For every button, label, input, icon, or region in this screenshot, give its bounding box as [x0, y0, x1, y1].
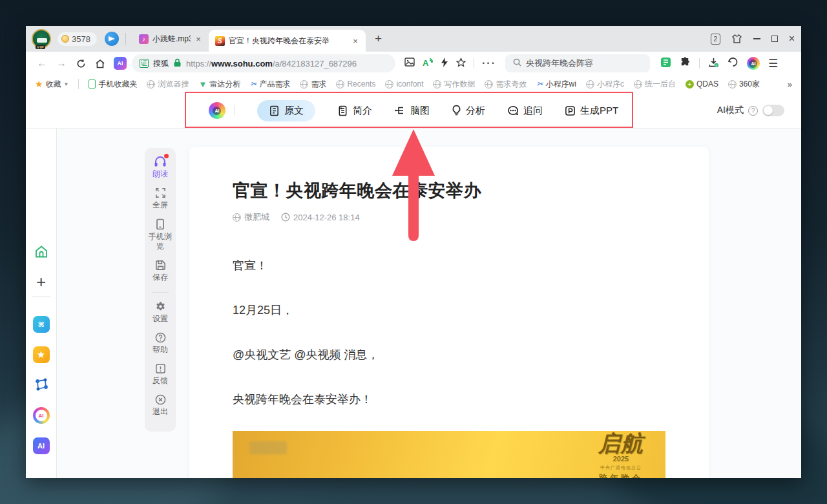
- ai-mode-ball-icon[interactable]: [747, 57, 760, 70]
- tab-summary[interactable]: 简介: [337, 105, 372, 117]
- sidebar-home-icon[interactable]: [34, 245, 48, 258]
- bookmark-item[interactable]: ✂产品需求: [250, 79, 290, 90]
- headphones-icon: [154, 156, 167, 167]
- globe-icon: [300, 80, 308, 89]
- back-icon[interactable]: ←: [34, 55, 50, 72]
- read-aloud-icon[interactable]: A: [423, 58, 433, 70]
- bookmark-phone-folder[interactable]: 手机收藏夹: [89, 79, 137, 90]
- tab-article-active[interactable]: S 官宣！央视跨年晚会在泰安举 ×: [209, 30, 366, 52]
- tab-close-icon[interactable]: ×: [351, 36, 359, 46]
- reading-list-icon[interactable]: [660, 57, 671, 70]
- tab-music[interactable]: ♪ 小跳蛙.mp3 ×: [132, 26, 209, 52]
- bookmark-root[interactable]: ★ 收藏 ▼: [35, 79, 68, 90]
- undo-restore-icon[interactable]: [728, 57, 738, 70]
- tool-mobile-view[interactable]: 手机浏览: [147, 218, 173, 251]
- sidebar-add-icon[interactable]: +: [36, 272, 46, 292]
- sidebar-app-favorites-icon[interactable]: ★: [33, 346, 50, 363]
- bookmark-item[interactable]: 需求: [300, 79, 326, 90]
- forward-icon[interactable]: →: [53, 55, 70, 72]
- tab-followup[interactable]: 追问: [507, 105, 543, 117]
- tool-help[interactable]: 帮助: [147, 332, 173, 355]
- home-icon[interactable]: [92, 55, 109, 72]
- tool-label: 帮助: [152, 345, 168, 355]
- sidebar-app-ai-square-icon[interactable]: AI: [33, 437, 50, 454]
- vip-badge: VIP: [36, 45, 45, 49]
- url-field[interactable]: 证 搜狐 https://www.sohu.com/a/842183127_68…: [132, 54, 395, 72]
- bookmark-item[interactable]: 统一后台: [634, 79, 676, 90]
- bookmark-item[interactable]: 小程序c: [586, 79, 624, 90]
- messenger-icon[interactable]: [105, 32, 119, 46]
- bookmark-item[interactable]: Recents: [336, 79, 375, 89]
- bookmarks-overflow-button[interactable]: »: [788, 79, 792, 89]
- tool-save[interactable]: 保存: [147, 260, 173, 282]
- close-button[interactable]: ×: [789, 33, 795, 45]
- menu-icon[interactable]: ☰: [768, 57, 778, 70]
- reload-icon[interactable]: [72, 55, 89, 72]
- tool-fullscreen[interactable]: 全屏: [147, 187, 173, 210]
- url-text: https://www.sohu.com/a/842183127_687296: [186, 59, 357, 68]
- sidebar-app-ai-circle-icon[interactable]: AI: [33, 407, 50, 424]
- tab-close-icon[interactable]: ×: [194, 34, 202, 44]
- flash-speed-icon[interactable]: [441, 58, 448, 70]
- bookmark-item[interactable]: 需求奇效: [485, 79, 527, 90]
- ai-mode-label: AI模式: [717, 105, 744, 116]
- bookmark-star-icon[interactable]: [456, 58, 466, 70]
- globe-icon: [433, 80, 441, 89]
- notification-dot: [164, 154, 169, 158]
- article-source[interactable]: 微肥城: [233, 211, 269, 223]
- search-icon: [513, 58, 521, 68]
- ai-logo-icon[interactable]: [209, 102, 225, 119]
- quick-search-field[interactable]: 央视跨年晚会阵容: [505, 54, 650, 72]
- tab-strip: VIP 3578 ♪ 小跳蛙.mp3 × S 官宣！央视跨年晚会在泰安举 × +…: [26, 26, 801, 52]
- ai-reader-toolbar: 原文 简介 脑图 分析 追问 生成PPT AI模式 ?: [26, 93, 801, 128]
- tool-exit[interactable]: 退出: [147, 394, 173, 417]
- minimize-button[interactable]: [753, 38, 760, 39]
- theme-skin-icon[interactable]: [731, 34, 742, 44]
- bookmark-item[interactable]: ✂小程序wi: [536, 79, 576, 90]
- bookmark-label: 小程序c: [597, 79, 624, 90]
- new-tab-button[interactable]: +: [366, 32, 391, 46]
- tool-read-aloud[interactable]: 朗读: [147, 156, 173, 179]
- tab-analysis[interactable]: 分析: [452, 105, 485, 117]
- bookmark-label: Recents: [347, 79, 375, 89]
- download-icon[interactable]: v: [708, 57, 719, 70]
- maximize-button[interactable]: [771, 36, 778, 42]
- browser-logo-icon[interactable]: VIP: [32, 29, 51, 48]
- bookmark-label: 360家: [739, 79, 760, 90]
- tab-mindmap[interactable]: 脑图: [394, 105, 430, 117]
- article-paragraph: 央视跨年晚会在泰安举办！: [233, 392, 372, 407]
- bookmark-item[interactable]: +QDAS: [686, 79, 718, 89]
- help-circle-icon[interactable]: ?: [748, 106, 758, 116]
- tool-feedback[interactable]: 反馈: [147, 363, 173, 386]
- ai-mode-toggle[interactable]: [762, 105, 784, 116]
- bookmarks-bar: ★ 收藏 ▼ 手机收藏夹 浏览器搜 ▼雷达分析 ✂产品需求 需求 Recents…: [26, 75, 801, 93]
- toolbar-right-actions: v ☰: [660, 57, 778, 70]
- article-banner-image[interactable]: 启航 2025 中央广播电视总台 跨年晚会: [233, 431, 665, 478]
- bookmark-item[interactable]: 写作数据: [433, 79, 475, 90]
- tool-settings[interactable]: 设置: [147, 301, 173, 324]
- site-verify-badge[interactable]: 证: [140, 59, 149, 68]
- bookmark-item[interactable]: ▼雷达分析: [198, 79, 240, 90]
- banner-logo: [249, 441, 287, 454]
- tab-title: 官宣！央视跨年晚会在泰安举: [229, 36, 348, 47]
- bookmark-label: 产品需求: [259, 79, 290, 90]
- svg-text:v: v: [715, 63, 717, 67]
- image-toggle-icon[interactable]: [404, 58, 415, 69]
- tab-count-badge[interactable]: 2: [711, 34, 720, 45]
- coin-balance-pill[interactable]: 3578: [58, 32, 97, 46]
- sidebar-app-graph-icon[interactable]: [34, 377, 49, 392]
- bookmark-item[interactable]: 浏览器搜: [147, 79, 189, 90]
- bookmark-item[interactable]: 360家: [728, 79, 760, 90]
- bookmark-item[interactable]: iconfont: [385, 79, 423, 89]
- extensions-puzzle-icon[interactable]: [680, 57, 691, 70]
- tab-original-text[interactable]: 原文: [257, 100, 315, 121]
- sidebar-app-gamepad-icon[interactable]: ⌘: [33, 316, 50, 333]
- lock-icon[interactable]: [173, 58, 182, 69]
- tab-generate-ppt[interactable]: 生成PPT: [565, 105, 618, 117]
- left-sidebar: + ⌘ ★ AI AI ‹ ›: [26, 129, 57, 478]
- ai-assistant-button[interactable]: AI: [114, 57, 127, 70]
- globe-icon: [485, 80, 493, 89]
- tool-label: 设置: [152, 314, 168, 324]
- bookmark-label: 浏览器搜: [158, 79, 189, 90]
- more-actions-icon[interactable]: ···: [482, 58, 496, 69]
